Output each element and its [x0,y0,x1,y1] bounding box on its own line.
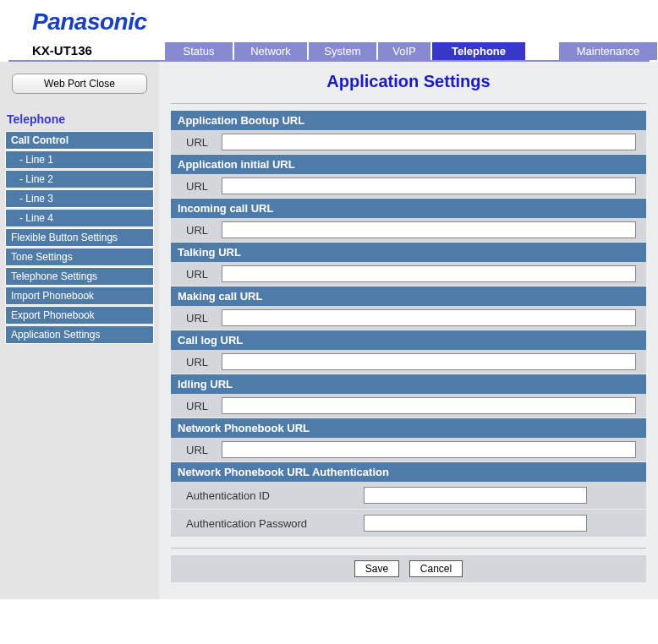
idling-url-label: URL [186,400,222,412]
incoming-url-input[interactable] [222,221,636,238]
tab-voip[interactable]: VoIP [378,42,430,60]
bootup-url-input[interactable] [222,134,636,150]
sidebar-item-flexible-button[interactable]: Flexible Button Settings [5,228,154,247]
section-idling-header: Idling URL [171,374,646,394]
talking-url-row: URL [171,262,646,287]
save-button[interactable]: Save [354,560,399,577]
page-title: Application Settings [171,72,646,91]
title-divider [171,103,646,104]
making-url-input[interactable] [222,309,636,326]
incoming-url-row: URL [171,218,646,243]
tab-system[interactable]: System [309,42,376,60]
calllog-url-row: URL [171,350,646,374]
talking-url-input[interactable] [222,265,636,282]
tab-telephone[interactable]: Telephone [432,42,525,60]
initial-url-row: URL [171,174,646,199]
sidebar-item-line1[interactable]: - Line 1 [5,150,154,169]
incoming-url-label: URL [186,224,222,237]
phonebook-url-row: URL [171,438,646,462]
calllog-url-input[interactable] [222,353,636,370]
sidebar-item-application-settings[interactable]: Application Settings [5,325,154,344]
content-area: Application Settings Application Bootup … [159,62,658,599]
section-calllog-header: Call log URL [171,330,646,350]
making-url-row: URL [171,306,646,330]
sidebar-item-line3[interactable]: - Line 3 [5,189,154,208]
idling-url-input[interactable] [222,397,636,414]
sidebar-item-export-phonebook[interactable]: Export Phonebook [5,306,154,325]
brand-logo: Panasonic [32,8,658,35]
sidebar-item-line2[interactable]: - Line 2 [5,170,154,188]
model-number: KX-UT136 [0,43,165,60]
sidebar-item-call-control[interactable]: Call Control [5,131,154,150]
bootup-url-label: URL [186,136,222,149]
initial-url-input[interactable] [222,177,636,194]
idling-url-row: URL [171,394,646,418]
auth-pw-row: Authentication Password [171,510,646,538]
sidebar-item-line4[interactable]: - Line 4 [5,209,154,227]
tab-status[interactable]: Status [165,42,233,60]
initial-url-label: URL [186,180,222,193]
sidebar-item-telephone-settings[interactable]: Telephone Settings [5,267,154,286]
talking-url-label: URL [186,268,222,281]
sidebar-item-tone-settings[interactable]: Tone Settings [5,248,154,266]
section-bootup-header: Application Bootup URL [171,111,646,130]
section-auth-header: Network Phonebook URL Authentication [171,462,646,482]
section-making-header: Making call URL [171,287,646,306]
tab-maintenance[interactable]: Maintenance [559,42,657,60]
phonebook-url-label: URL [186,444,222,456]
section-initial-header: Application initial URL [171,155,646,174]
making-url-label: URL [186,312,222,325]
web-port-close-button[interactable]: Web Port Close [12,74,147,94]
auth-id-label: Authentication ID [186,489,364,502]
auth-pw-input[interactable] [364,515,587,532]
auth-id-input[interactable] [364,487,587,504]
tab-gap [527,42,557,60]
bootup-url-row: URL [171,130,646,155]
phonebook-url-input[interactable] [222,441,636,458]
footer-divider [171,548,646,548]
section-incoming-header: Incoming call URL [171,199,646,218]
sidebar: Web Port Close Telephone Call Control - … [0,62,159,599]
tab-network[interactable]: Network [234,42,307,60]
auth-id-row: Authentication ID [171,482,646,510]
button-bar: Save Cancel [171,555,646,582]
calllog-url-label: URL [186,356,222,368]
top-tabs: Status Network System VoIP Telephone Mai… [165,42,658,60]
cancel-button[interactable]: Cancel [409,560,463,577]
section-phonebook-header: Network Phonebook URL [171,418,646,438]
sidebar-item-import-phonebook[interactable]: Import Phonebook [5,287,154,305]
section-talking-header: Talking URL [171,243,646,262]
auth-pw-label: Authentication Password [186,517,364,530]
sidebar-title: Telephone [5,109,154,129]
